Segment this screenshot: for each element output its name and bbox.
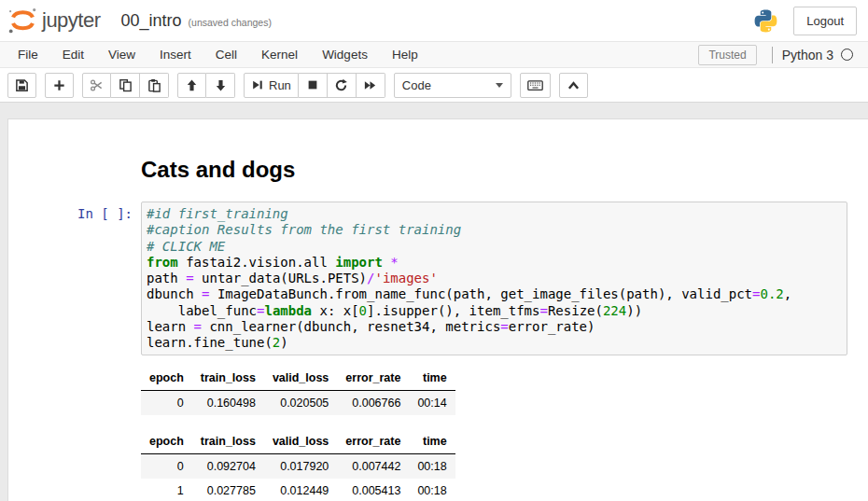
copy-cells-button[interactable] [111,73,140,98]
markdown-prompt [8,144,141,190]
menu-widgets[interactable]: Widgets [310,42,380,67]
notebook-site: Cats and dogs In [ ]: #id first_training… [0,102,868,501]
code-line: dbunch = ImageDataBunch.from_name_func(p… [147,286,843,302]
column-header: epoch [141,368,192,391]
menu-edit[interactable]: Edit [50,42,96,67]
code-line: learn = cnn_learner(dbunch, resnet34, me… [147,319,843,335]
jupyter-logo-icon [7,7,38,35]
notebook-title[interactable]: 00_intro [121,11,182,31]
table-cell: 0.007442 [337,454,409,480]
cell-type-value: Code [402,78,431,92]
code-cell[interactable]: In [ ]: #id first_training#caption Resul… [8,202,868,355]
notebook-container: Cats and dogs In [ ]: #id first_training… [7,118,868,501]
column-header: valid_loss [264,368,337,391]
menu-view[interactable]: View [96,42,147,67]
command-palette-button[interactable] [520,73,551,98]
scroll-up-button[interactable] [559,73,588,98]
step-forward-icon [251,78,264,91]
menu-help[interactable]: Help [380,42,430,67]
output-area: epochtrain_lossvalid_losserror_ratetime0… [141,368,868,501]
table-cell: 00:18 [409,454,455,480]
training-results-table: epochtrain_lossvalid_losserror_ratetime0… [141,368,847,415]
paste-cells-button[interactable] [140,73,169,98]
column-header: error_rate [337,431,409,454]
column-header: time [409,431,455,454]
toolbar: Run Code [0,68,868,102]
move-cell-down-button[interactable] [206,73,235,98]
jupyter-logo[interactable]: jupyter [7,7,101,35]
caret-down-icon [496,83,503,88]
notebook-header: jupyter 00_intro (unsaved changes) Logou… [0,0,868,41]
table-row: 00.0927040.0179200.00744200:18 [141,454,455,480]
checkpoint-status: (unsaved changes) [189,13,272,28]
table-cell: 0 [141,391,192,416]
table-cell: 0.017920 [264,454,337,480]
arrow-down-icon [214,78,228,92]
scissors-icon [90,78,104,92]
interrupt-kernel-button[interactable] [299,73,328,98]
insert-cell-below-button[interactable] [45,73,74,98]
column-header: valid_loss [264,431,337,454]
markdown-heading: Cats and dogs [141,157,295,183]
table-cell: 0 [141,454,192,480]
arrow-up-icon [185,78,199,92]
code-line: learn.fine_tune(2) [147,335,843,351]
code-line: # CLICK ME [147,239,843,255]
table-cell: 00:18 [409,479,455,501]
table-cell: 00:14 [409,391,455,416]
column-header: epoch [141,431,192,454]
table-cell: 0.005413 [337,479,409,501]
paste-icon [147,78,161,92]
menu-cell[interactable]: Cell [203,42,249,67]
keyboard-icon [527,78,543,92]
restart-icon [334,78,348,92]
table-row: 00.1604980.0205050.00676600:14 [141,391,455,416]
table-row: 10.0277850.0124490.00541300:18 [141,479,455,501]
code-line: #caption Results from the first training [147,222,843,238]
table-cell: 0.092704 [192,454,264,480]
jupyter-wordmark: jupyter [42,8,101,33]
kernel-name: Python 3 [782,48,833,63]
code-editor[interactable]: #id first_training#caption Results from … [141,202,847,355]
column-header: time [409,368,455,391]
column-header: train_loss [192,431,264,454]
run-cell-button[interactable]: Run [244,73,299,98]
cut-cells-button[interactable] [82,73,111,98]
training-results-table: epochtrain_lossvalid_losserror_ratetime0… [141,431,847,501]
fast-forward-icon [363,78,377,92]
menu-file[interactable]: File [6,42,50,67]
table-cell: 0.006766 [337,391,409,416]
column-header: error_rate [337,368,409,391]
chevron-up-icon [567,79,581,91]
kernel-divider [772,47,773,63]
code-line: label_func=lambda x: x[0].isupper(), ite… [147,303,843,319]
menu-kernel[interactable]: Kernel [249,42,310,67]
markdown-cell[interactable]: Cats and dogs [8,144,868,190]
cell-type-dropdown[interactable]: Code [394,73,511,98]
stop-icon [306,78,319,91]
code-line: from fastai2.vision.all import * [147,255,843,271]
save-button[interactable] [7,73,36,98]
plus-icon [52,78,66,92]
input-prompt: In [ ]: [8,202,141,355]
table-cell: 0.020505 [264,391,337,416]
restart-run-all-button[interactable] [357,73,385,98]
table-cell: 0.027785 [192,479,264,501]
table-cell: 0.160498 [192,391,264,416]
logout-button[interactable]: Logout [793,7,857,35]
column-header: train_loss [192,368,264,391]
python-logo-icon [753,8,778,34]
menubar: FileEditViewInsertCellKernelWidgetsHelp … [0,41,868,68]
table-cell: 0.012449 [264,479,337,501]
copy-icon [119,78,133,92]
run-label: Run [269,78,291,92]
trusted-badge[interactable]: Trusted [698,45,756,65]
code-line: path = untar_data(URLs.PETS)/'images' [147,271,843,286]
table-cell: 1 [141,479,192,501]
restart-kernel-button[interactable] [328,73,357,98]
move-cell-up-button[interactable] [177,73,206,98]
save-icon [15,78,29,92]
code-line: #id first_training [147,206,843,222]
kernel-idle-indicator-icon [841,49,853,61]
menu-insert[interactable]: Insert [147,42,203,67]
